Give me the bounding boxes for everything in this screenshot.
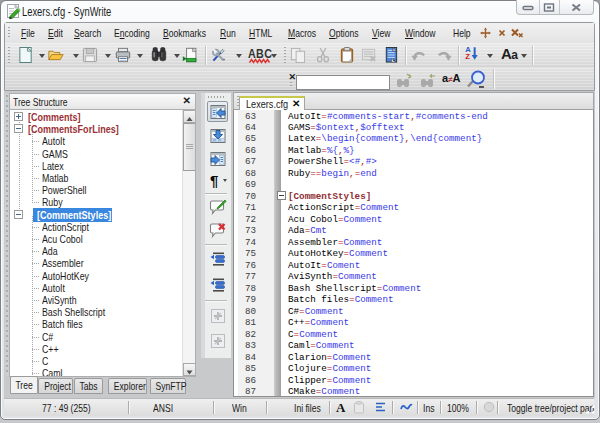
svg-text:Z: Z xyxy=(465,52,470,61)
